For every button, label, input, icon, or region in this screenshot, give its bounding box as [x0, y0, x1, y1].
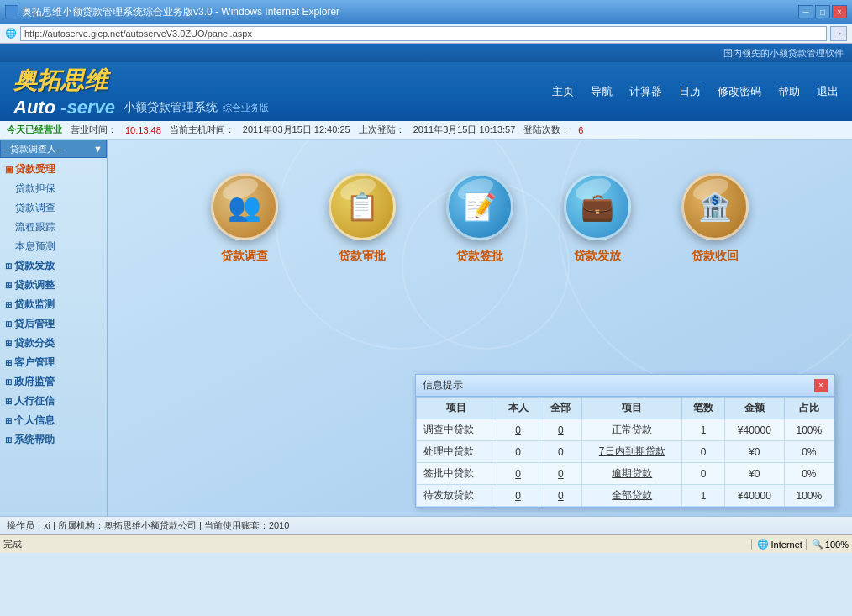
table-row: 调查中贷款 0 0 正常贷款 1 ¥40000 100%: [417, 419, 834, 441]
sidebar-group-loan-monitor[interactable]: ⊞ 贷款监测: [0, 295, 107, 314]
cell-item1-r3: 签批中贷款: [417, 463, 497, 485]
maximize-button[interactable]: □: [815, 5, 830, 18]
sidebar-subgroup-loan-accept: 贷款担保 贷款调查 流程跟踪 本息预测: [0, 179, 107, 256]
cell-self1-r2: 0: [497, 441, 539, 463]
col-header-percent: 占比: [784, 398, 834, 419]
go-button[interactable]: →: [830, 26, 847, 41]
expand-icon: ▣: [5, 165, 13, 174]
cell-all1-r4[interactable]: 0: [539, 485, 582, 507]
sidebar-item-loan-survey[interactable]: 贷款调查: [0, 198, 107, 218]
sidebar-group-loan-class[interactable]: ⊞ 贷款分类: [0, 334, 107, 353]
feature-circle-issue: 💼: [564, 173, 631, 240]
app-icon: [5, 5, 18, 18]
window-title: 奥拓思维小额贷款管理系统综合业务版v3.0 - Windows Internet…: [22, 5, 339, 19]
feature-loan-issue[interactable]: 💼 贷款发放: [564, 173, 631, 264]
nav-menu: 主页 导航 计算器 日历 修改密码 帮助 退出: [552, 84, 839, 99]
feature-label-approve: 贷款审批: [339, 249, 386, 264]
col-header-count: 笔数: [682, 398, 725, 419]
cell-count-r1: 1: [682, 419, 725, 441]
feature-circle-approve: 📋: [329, 173, 396, 240]
group-label-system-help: 系统帮助: [14, 433, 55, 447]
cell-self1-r1[interactable]: 0: [497, 419, 539, 441]
bottom-status-text: 操作员：xi | 所属机构：奥拓思维小额贷款公司 | 当前使用账套：2010: [7, 519, 289, 532]
sidebar-item-interest-forecast[interactable]: 本息预测: [0, 237, 107, 256]
cell-item1-r1: 调查中贷款: [417, 419, 497, 441]
sidebar-group-gov-monitor[interactable]: ⊞ 政府监管: [0, 372, 107, 392]
minimize-button[interactable]: ─: [798, 5, 813, 18]
expand-icon-2: ⊞: [5, 261, 12, 271]
table-row: 签批中贷款 0 0 逾期贷款 0 ¥0 0%: [417, 463, 834, 485]
current-time-value: 2011年03月15日 12:40:25: [243, 124, 350, 136]
feature-loan-approve[interactable]: 📋 贷款审批: [329, 173, 396, 264]
feature-label-sign: 贷款签批: [456, 249, 503, 264]
group-label-loan-adjust: 贷款调整: [14, 278, 55, 292]
feature-loan-return[interactable]: 🏦 贷款收回: [681, 173, 749, 264]
expand-icon-5: ⊞: [5, 319, 12, 329]
cell-count-r2: 0: [682, 441, 725, 463]
ie-zoom-text: 100%: [825, 540, 849, 550]
sidebar-group-loan-accept[interactable]: ▣ 贷款受理: [0, 160, 107, 179]
ie-bar-right: 🌐 Internet 🔍 100%: [751, 539, 849, 550]
feature-circle-survey: 👥: [211, 173, 278, 240]
close-button[interactable]: ×: [832, 5, 847, 18]
info-panel-close-button[interactable]: ×: [814, 379, 828, 392]
feature-label-survey: 贷款调查: [221, 249, 268, 264]
business-time-value: 10:13:48: [125, 125, 161, 135]
nav-calendar[interactable]: 日历: [679, 84, 701, 99]
feature-circle-return: 🏦: [681, 173, 749, 240]
logo-brand-a: 奥拓思维: [13, 65, 108, 97]
group-label-loan-monitor: 贷款监测: [14, 297, 55, 312]
sidebar-group-loan-adjust[interactable]: ⊞ 贷款调整: [0, 276, 107, 295]
window-controls[interactable]: ─ □ ×: [798, 5, 847, 18]
sidebar-item-process-tracking[interactable]: 流程跟踪: [0, 218, 107, 237]
dropdown-arrow-icon: ▼: [93, 144, 103, 154]
sidebar-group-loan-issue[interactable]: ⊞ 贷款发放: [0, 256, 107, 276]
ie-status-bar: 完成 🌐 Internet 🔍 100%: [0, 534, 852, 553]
cell-count-r3: 0: [682, 463, 725, 485]
sidebar-group-personal-info[interactable]: ⊞ 个人信息: [0, 411, 107, 430]
nav-calculator[interactable]: 计算器: [629, 84, 662, 99]
nav-home[interactable]: 主页: [552, 84, 574, 99]
group-label-personal-info: 个人信息: [14, 413, 55, 428]
cell-all1-r3[interactable]: 0: [539, 463, 582, 485]
current-time-label: 当前主机时间：: [170, 124, 234, 136]
col-header-item2: 项目: [582, 398, 682, 419]
feature-loan-survey[interactable]: 👥 贷款调查: [211, 173, 278, 264]
business-time-label: 营业时间：: [71, 124, 117, 136]
title-bar: 奥拓思维小额贷款管理系统综合业务版v3.0 - Windows Internet…: [0, 0, 852, 24]
main-layout: --贷款调查人-- ▼ ▣ 贷款受理 贷款担保 贷款调查 流程跟踪 本息预测 ⊞…: [0, 140, 852, 516]
zoom-icon: 🔍: [812, 539, 823, 550]
feature-icon-sign: 📝: [463, 191, 497, 223]
sidebar-group-system-help[interactable]: ⊞ 系统帮助: [0, 430, 107, 450]
cell-percent-r2: 0%: [784, 441, 834, 463]
cell-all1-r1[interactable]: 0: [539, 419, 582, 441]
feature-loan-sign[interactable]: 📝 贷款签批: [446, 173, 513, 264]
expand-icon-11: ⊞: [5, 435, 12, 445]
nav-guide[interactable]: 导航: [591, 84, 613, 99]
info-panel-header: 信息提示 ×: [416, 375, 834, 397]
feature-circle-sign: 📝: [446, 173, 513, 240]
cell-self1-r3[interactable]: 0: [497, 463, 539, 485]
nav-logout[interactable]: 退出: [817, 84, 839, 99]
sidebar-group-credit[interactable]: ⊞ 人行征信: [0, 392, 107, 411]
sidebar-item-loan-guarantee[interactable]: 贷款担保: [0, 179, 107, 198]
ie-zone-text: Internet: [771, 540, 802, 550]
cell-item2-r3[interactable]: 逾期贷款: [582, 463, 682, 485]
header: 奥拓思维 Auto -serve 小额贷款管理系统 综合业务版 主页 导航 计算…: [0, 62, 852, 121]
last-login-label: 上次登陆：: [359, 124, 405, 136]
cell-item2-r4[interactable]: 全部贷款: [582, 485, 682, 507]
group-label-credit: 人行征信: [14, 394, 55, 408]
table-row: 处理中贷款 0 0 7日内到期贷款 0 ¥0 0%: [417, 441, 834, 463]
group-label-gov-monitor: 政府监管: [14, 375, 55, 389]
group-label-post-loan: 贷后管理: [14, 317, 55, 331]
table-row: 待发放贷款 0 0 全部贷款 1 ¥40000 100%: [417, 485, 834, 507]
nav-help[interactable]: 帮助: [778, 84, 800, 99]
address-input[interactable]: [20, 26, 827, 41]
cell-item2-r2[interactable]: 7日内到期贷款: [582, 441, 682, 463]
sidebar-group-post-loan[interactable]: ⊞ 贷后管理: [0, 314, 107, 334]
nav-change-password[interactable]: 修改密码: [718, 84, 761, 99]
cell-self1-r4[interactable]: 0: [497, 485, 539, 507]
sidebar-group-customer[interactable]: ⊞ 客户管理: [0, 353, 107, 372]
sidebar-section-1: ▣ 贷款受理 贷款担保 贷款调查 流程跟踪 本息预测 ⊞ 贷款发放 ⊞ 贷款调整…: [0, 158, 107, 451]
sidebar-user-dropdown[interactable]: --贷款调查人-- ▼: [0, 140, 107, 158]
